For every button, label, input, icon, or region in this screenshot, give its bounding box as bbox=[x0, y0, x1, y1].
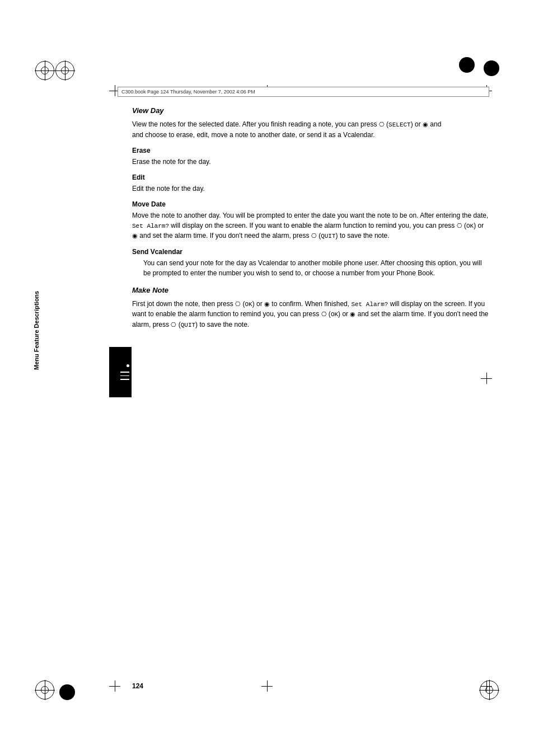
erase-label: Erase bbox=[132, 147, 489, 154]
set-alarm-2: Set Alarm? bbox=[351, 301, 388, 308]
reg-mark-top-right bbox=[55, 60, 75, 81]
quit-icon-1: ⎔ bbox=[311, 232, 317, 239]
select-icon: ⎔ bbox=[379, 121, 385, 128]
make-note-section: Make Note First jot down the note, then … bbox=[132, 286, 489, 330]
move-date-body: Move the note to another day. You will b… bbox=[132, 210, 489, 241]
main-content: View Day View the notes for the selected… bbox=[132, 106, 489, 678]
solid-circle-top-right bbox=[459, 57, 475, 73]
tab-line-2 bbox=[120, 375, 129, 377]
view-day-text-2: (SELECT) or ◉ and bbox=[386, 120, 441, 128]
page-number: 124 bbox=[132, 682, 143, 690]
view-day-title: View Day bbox=[132, 106, 489, 115]
option-icon-4: ◉ bbox=[350, 311, 355, 317]
cross-bottom-right bbox=[481, 680, 492, 692]
solid-circle-far-top-right bbox=[484, 60, 499, 76]
view-day-section: View Day View the notes for the selected… bbox=[132, 106, 489, 278]
page-container: C300.book Page 124 Thursday, November 7,… bbox=[0, 0, 534, 756]
select-icon-3: ⎔ bbox=[235, 300, 241, 307]
send-vcal-body: You can send your note for the day as Vc… bbox=[143, 258, 489, 278]
option-icon-3: ◉ bbox=[264, 300, 270, 307]
sidebar-label: Menu Feature Descriptions bbox=[31, 246, 41, 414]
tab-dot-1 bbox=[127, 364, 129, 367]
erase-body: Erase the note for the day. bbox=[132, 157, 489, 167]
select-icon-2: ⎔ bbox=[457, 222, 462, 229]
view-day-body: View the notes for the selected date. Af… bbox=[132, 119, 489, 140]
black-tab bbox=[109, 347, 132, 397]
view-day-text-1: View the notes for the selected date. Af… bbox=[132, 120, 377, 128]
header-bar: C300.book Page 124 Thursday, November 7,… bbox=[118, 87, 489, 97]
reg-mark-top-left bbox=[35, 60, 55, 81]
move-date-text-1: Move the note to another day. You will b… bbox=[132, 212, 488, 219]
header-text: C300.book Page 124 Thursday, November 7,… bbox=[121, 89, 255, 95]
make-note-body: First jot down the note, then press ⎔ (O… bbox=[132, 299, 489, 330]
move-date-text-2: will display on the screen. If you want … bbox=[171, 222, 455, 229]
view-day-text-3: and choose to erase, edit, move a note t… bbox=[132, 131, 375, 139]
reg-mark-bottom-left bbox=[35, 680, 55, 700]
move-date-label: Move Date bbox=[132, 200, 489, 208]
quit-icon-2: ⎔ bbox=[171, 321, 176, 328]
make-note-text-1: First jot down the note, then press bbox=[132, 300, 233, 308]
tab-line-3 bbox=[120, 379, 129, 380]
edit-body: Edit the note for the day. bbox=[132, 184, 489, 194]
solid-circle-bottom-left bbox=[59, 684, 75, 700]
cross-bottom-left bbox=[109, 680, 120, 692]
option-icon-2: ◉ bbox=[132, 232, 138, 239]
set-alarm-1: Set Alarm? bbox=[132, 223, 169, 229]
tab-line-1 bbox=[120, 372, 129, 373]
select-icon-4: ⎔ bbox=[321, 311, 327, 317]
send-vcal-label: Send Vcalendar bbox=[132, 248, 489, 256]
edit-label: Edit bbox=[132, 173, 489, 181]
cross-bottom-center bbox=[261, 680, 273, 692]
make-note-title: Make Note bbox=[132, 286, 489, 294]
tab-lines bbox=[120, 372, 129, 380]
option-icon: ◉ bbox=[423, 121, 428, 128]
